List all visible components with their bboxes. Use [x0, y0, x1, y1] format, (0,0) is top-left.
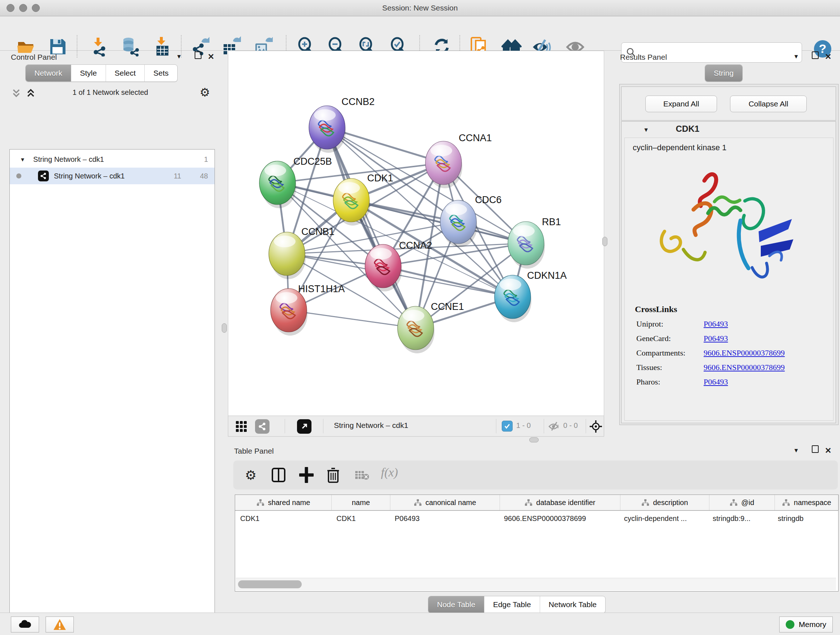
- table-row[interactable]: CDK1CDK1P064939606.ENSP00000378699cyclin…: [235, 511, 838, 526]
- node-label-hist1h1a: HIST1H1A: [298, 283, 345, 295]
- column-header--id[interactable]: @id: [709, 495, 775, 510]
- grid-view-button[interactable]: [235, 421, 247, 432]
- column-header-canonical-name[interactable]: canonical name: [390, 495, 500, 510]
- hscrollbar-thumb[interactable]: [238, 580, 302, 588]
- table-header-row: shared namenamecanonical namedatabase id…: [235, 495, 838, 511]
- birds-eye-view-button[interactable]: [589, 420, 602, 433]
- add-column-button[interactable]: [299, 467, 314, 483]
- tree-expander-icon[interactable]: ▼: [20, 157, 25, 163]
- network-options-gear-icon[interactable]: ⚙: [200, 86, 210, 99]
- table-cell[interactable]: 9606.ENSP00000378699: [499, 515, 619, 523]
- selected-checkbox-icon[interactable]: [502, 421, 513, 432]
- crosslink-row: Uniprot:P06493: [636, 319, 829, 329]
- tab-string[interactable]: String: [705, 65, 742, 81]
- netbar-separator: [285, 419, 285, 433]
- network-node-hist1h1a[interactable]: HIST1H1A: [271, 283, 345, 336]
- protein-structure-image: [650, 158, 809, 296]
- network-node-rb1[interactable]: RB1: [508, 217, 561, 269]
- network-node-cdk1[interactable]: CDK1: [333, 173, 393, 226]
- crosslink-link[interactable]: P06493: [704, 377, 728, 386]
- results-panel-tabs: String: [705, 65, 743, 82]
- table-settings-gear-icon[interactable]: ⚙: [245, 468, 256, 483]
- network-node-ccna2[interactable]: CCNA2: [365, 240, 432, 291]
- network-node-ccnb1[interactable]: CCNB1: [269, 226, 335, 279]
- crosslink-row: Tissues:9606.ENSP00000378699: [636, 363, 829, 372]
- tab-edge-table[interactable]: Edge Table: [484, 596, 540, 613]
- column-header-description[interactable]: description: [621, 495, 709, 510]
- string-network-graph[interactable]: CCNB2CCNA1CDC25BCDK1CDC6RB1CCNB1CCNA2CDK…: [228, 51, 604, 416]
- crosslink-link[interactable]: P06493: [704, 319, 728, 329]
- tab-sets[interactable]: Sets: [144, 65, 177, 81]
- function-builder-button[interactable]: f(x): [381, 466, 398, 479]
- network-node-cdkn1a[interactable]: CDKN1A: [494, 270, 567, 322]
- delete-column-button[interactable]: [327, 466, 340, 483]
- results-panel-close-icon[interactable]: ✕: [825, 52, 831, 62]
- warnings-button[interactable]: [46, 616, 74, 632]
- node-label-cdc6: CDC6: [475, 195, 502, 205]
- network-canvas[interactable]: CCNB2CCNA1CDC25BCDK1CDC6RB1CCNB1CCNA2CDK…: [228, 51, 604, 416]
- memory-button[interactable]: Memory: [779, 616, 833, 632]
- column-header-namespace[interactable]: namespace: [775, 495, 839, 510]
- network-row-selected[interactable]: String Network – cdk1 11 48: [10, 168, 215, 184]
- tab-network[interactable]: Network: [26, 65, 71, 81]
- control-panel-float-icon[interactable]: [195, 51, 202, 61]
- table-panel-tabs: Node Table Edge Table Network Table: [428, 596, 606, 613]
- network-style-button[interactable]: [255, 419, 270, 434]
- memory-status-dot-icon: [786, 620, 794, 629]
- crosslink-link[interactable]: P06493: [704, 334, 728, 343]
- crosslink-link[interactable]: 9606.ENSP00000378699: [704, 348, 785, 358]
- table-hscrollbar[interactable]: [236, 578, 836, 591]
- node-detail-card: cyclin–dependent kinase 1 Cross: [624, 138, 834, 421]
- node-label-ccnb1: CCNB1: [302, 226, 335, 237]
- column-header-shared-name[interactable]: shared name: [235, 495, 332, 510]
- window-title: Session: New Session: [0, 4, 840, 12]
- arrow-up-right-icon: [300, 423, 308, 431]
- network-node-cdc6[interactable]: CDC6: [440, 195, 502, 247]
- control-panel-close-icon[interactable]: ✕: [208, 52, 214, 62]
- column-header-name[interactable]: name: [332, 495, 390, 510]
- network-node-ccna1[interactable]: CCNA1: [425, 133, 492, 188]
- tab-network-table[interactable]: Network Table: [540, 596, 606, 613]
- network-node-ccnb2[interactable]: CCNB2: [309, 96, 375, 153]
- table-cell[interactable]: stringdb: [773, 515, 836, 523]
- section-collapse-icon[interactable]: ▼: [643, 127, 649, 133]
- tab-style[interactable]: Style: [71, 65, 106, 81]
- delete-table-button[interactable]: [355, 470, 369, 481]
- tab-select[interactable]: Select: [106, 65, 144, 81]
- control-panel-tabs: Network Style Select Sets: [25, 65, 178, 82]
- crosslink-link[interactable]: 9606.ENSP00000378699: [704, 363, 785, 372]
- table-cell[interactable]: cyclin-dependent ...: [619, 515, 707, 523]
- control-panel-menu-icon[interactable]: ▾: [177, 52, 181, 60]
- right-splitter-handle[interactable]: [602, 237, 607, 246]
- table-panel-menu-icon[interactable]: ▾: [794, 446, 798, 454]
- network-node-ccne1[interactable]: CCNE1: [398, 301, 464, 353]
- table-panel-float-icon[interactable]: [812, 445, 819, 455]
- network-collection-row[interactable]: ▼ String Network – cdk1 1: [10, 151, 215, 168]
- node-label-ccne1: CCNE1: [431, 301, 464, 312]
- collapse-all-button[interactable]: Collapse All: [730, 96, 807, 112]
- network-node-cdc25b[interactable]: CDC25B: [259, 156, 332, 208]
- tab-node-table[interactable]: Node Table: [428, 596, 484, 613]
- table-cell[interactable]: stringdb:9...: [707, 515, 773, 523]
- table-cell[interactable]: CDK1: [332, 515, 390, 523]
- cloud-status-button[interactable]: [11, 616, 39, 632]
- detach-view-button[interactable]: [297, 419, 311, 434]
- table-cell[interactable]: P06493: [390, 515, 499, 523]
- column-header-database-identifier[interactable]: database identifier: [500, 495, 621, 510]
- current-network-dot-icon: [16, 173, 21, 179]
- table-toolbar: ⚙ f(x): [233, 461, 838, 489]
- node-count: 11: [174, 172, 181, 180]
- show-columns-button[interactable]: [272, 468, 286, 482]
- results-panel-menu-icon[interactable]: ▾: [794, 52, 798, 60]
- table-cell[interactable]: CDK1: [235, 515, 332, 523]
- column-header-label: canonical name: [425, 499, 476, 507]
- table-panel-close-icon[interactable]: ✕: [825, 446, 831, 455]
- collection-count: 1: [204, 155, 208, 164]
- crosslink-label: Uniprot:: [636, 319, 704, 329]
- expand-all-button[interactable]: Expand All: [645, 96, 717, 112]
- node-label-cdkn1a: CDKN1A: [527, 270, 567, 281]
- results-panel-float-icon[interactable]: [812, 51, 819, 61]
- left-splitter-handle[interactable]: [222, 323, 227, 333]
- hidden-items-icon: [548, 421, 560, 432]
- network-view-toolbar: String Network – cdk1 1 - 0 0 - 0: [228, 416, 604, 437]
